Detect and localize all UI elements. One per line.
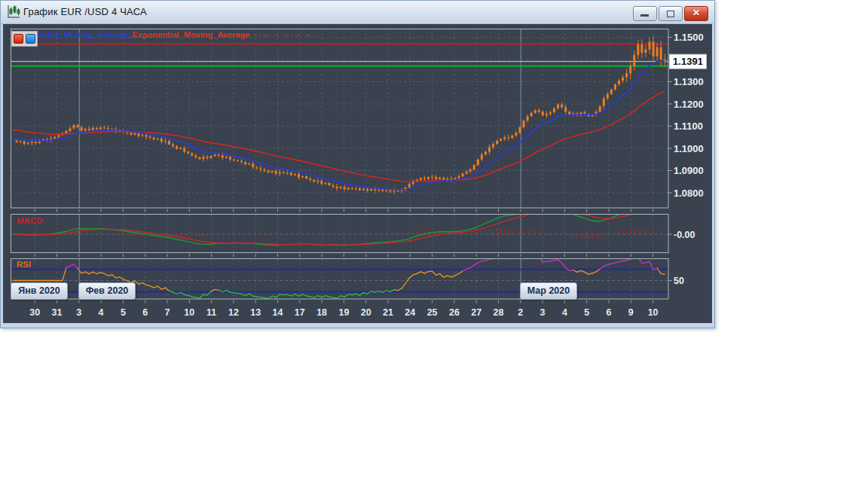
- day-axis-label: 19: [338, 307, 349, 318]
- legend-ema-slow-label: Exponential_Moving_Average: [133, 30, 250, 39]
- day-axis-label: 31: [52, 307, 63, 318]
- month-label-feb[interactable]: Фев 2020: [78, 282, 136, 300]
- day-axis-label: 24: [405, 307, 415, 318]
- day-axis-label: 3: [76, 307, 81, 318]
- day-axis-label: 20: [361, 307, 371, 318]
- chart-canvas[interactable]: 1.15001.13001.12001.11001.10001.09001.08…: [1, 1, 714, 328]
- macd-signal-line: [13, 205, 665, 245]
- price-axis-label: 1.1000: [674, 143, 704, 154]
- day-axis-label: 28: [494, 307, 504, 318]
- price-axis-label: 1.0900: [674, 165, 704, 176]
- day-axis-label: 4: [562, 307, 567, 318]
- day-axis-label: 7: [165, 307, 170, 318]
- price-axis-label: 1.1300: [674, 76, 704, 87]
- macd-value-label: -0.00: [674, 230, 695, 240]
- day-axis-label: 30: [29, 307, 40, 318]
- price-axis-label: 1.0800: [674, 188, 704, 199]
- day-axis-label: 4: [99, 307, 104, 318]
- day-axis-label: 26: [449, 307, 460, 318]
- day-axis-label: 3: [540, 307, 546, 318]
- rsi-label: RSI: [17, 260, 31, 269]
- day-axis-label: 18: [316, 307, 327, 318]
- day-axis-label: 5: [584, 307, 589, 318]
- chart-window: График EUR /USD 4 ЧАСА ✕ 1.15001.13001.1…: [0, 0, 715, 328]
- day-axis-label: 21: [383, 307, 393, 318]
- legend-ema-fast-label: ential_Moving_Average: [38, 30, 130, 39]
- indicator-legend: ential_Moving_Average.Exponential_Moving…: [38, 30, 250, 39]
- price-axis-label: 1.1500: [674, 32, 704, 43]
- price-axis-label: 1.1100: [674, 120, 703, 132]
- day-axis-label: 27: [471, 307, 481, 318]
- day-axis-label: 14: [273, 307, 283, 318]
- day-axis-label: 25: [427, 307, 438, 318]
- price-axis-label: 1.1200: [674, 99, 704, 110]
- macd-label: MACD: [17, 216, 43, 225]
- ema-slow-line: [13, 92, 665, 182]
- indicator-red-button[interactable]: [14, 34, 23, 44]
- month-label-jan[interactable]: Янв 2020: [11, 282, 68, 300]
- main-price-panel: [11, 29, 669, 209]
- day-axis-label: 12: [228, 307, 239, 318]
- day-axis-label: 6: [142, 307, 148, 318]
- day-axis-label: 5: [121, 307, 126, 318]
- panel-border: [11, 215, 669, 253]
- day-axis-label: 6: [607, 307, 612, 318]
- day-axis-label: 10: [648, 307, 659, 318]
- current-price-value: 1.1391: [673, 56, 703, 67]
- day-axis-label: 2: [518, 307, 523, 318]
- day-axis-label: 13: [250, 307, 261, 318]
- indicator-blue-button[interactable]: [26, 34, 35, 44]
- day-axis-label: 10: [184, 307, 194, 318]
- panel-border: [11, 29, 669, 209]
- indicator-buttons-panel: [11, 31, 38, 47]
- day-axis-label: 11: [206, 307, 216, 318]
- day-axis-label: 9: [628, 307, 634, 318]
- month-label-mar[interactable]: Мар 2020: [520, 282, 577, 300]
- macd-panel: [11, 201, 669, 252]
- rsi-value-label: 50: [674, 276, 684, 286]
- day-axis-label: 17: [295, 307, 305, 318]
